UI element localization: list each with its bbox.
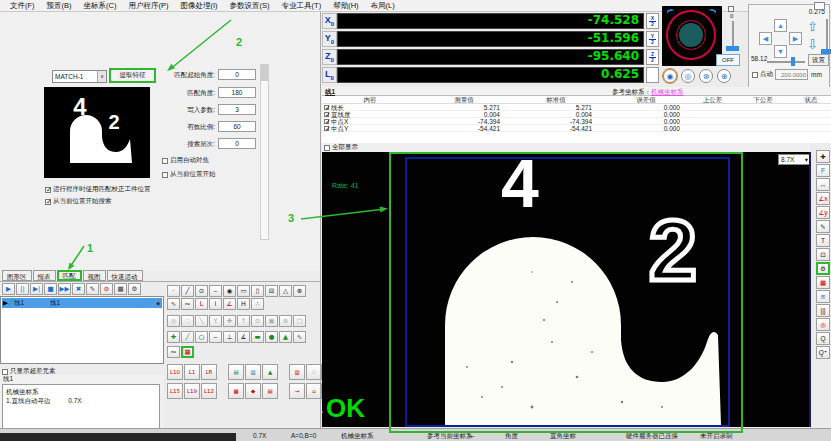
tool-button-∿[interactable]: ∿ [167, 298, 180, 310]
tool-button-●[interactable]: ● [265, 331, 278, 343]
checkbox-box[interactable] [162, 158, 168, 164]
tool-button-∠[interactable]: ∠ [223, 298, 236, 310]
light-checkbox[interactable] [728, 6, 734, 12]
tool-button-∿[interactable]: ∿ [293, 331, 306, 343]
light-slider-handle[interactable] [726, 46, 739, 51]
tool-button-∾[interactable]: ∾ [167, 346, 180, 358]
tool-button-✚[interactable]: ✚ [223, 315, 236, 327]
tool-button-∾[interactable]: ∾ [181, 298, 194, 310]
tab-视图[interactable]: 视图 [83, 270, 106, 281]
tool-button-▦[interactable]: ▦ [181, 346, 194, 358]
tool-button-⊙[interactable]: ⊙ [195, 285, 208, 297]
light-off-button[interactable]: OFF [716, 54, 740, 66]
table-row-直线度[interactable]: 直线度0.0040.0040.000 [322, 111, 831, 118]
table-row-中点X[interactable]: 中点X-74.394-74.3940.000 [322, 118, 831, 125]
menu-item-帮助(H)[interactable]: 帮助(H) [327, 1, 364, 10]
tool-button-✎[interactable]: ✎ [816, 220, 830, 233]
tool-button-▶▶[interactable]: ▶▶ [58, 283, 71, 295]
tool-button-Q⁺[interactable]: Q⁺ [816, 346, 830, 359]
tool-button-⊟[interactable]: ⊟ [265, 285, 278, 297]
tab-匹配[interactable]: 匹配 [57, 270, 82, 281]
tool-button-⊕[interactable]: ⊕ [293, 285, 306, 297]
tool-button-∡[interactable]: ∡ [237, 331, 250, 343]
tool-button-▥[interactable]: ▥ [245, 364, 261, 380]
tool-button-▭[interactable]: ▭ [237, 285, 250, 297]
half-button-Y[interactable]: Y2 [646, 31, 659, 47]
tool-button-▣[interactable]: ▣ [265, 315, 278, 327]
z-down-arrow[interactable]: ⇩ [807, 38, 818, 51]
step-distance-input[interactable] [775, 69, 808, 80]
tab-报表[interactable]: 报表 [33, 270, 56, 281]
tool-button-▦[interactable]: ▦ [816, 276, 830, 289]
row-checkbox[interactable] [324, 105, 329, 110]
tool-button-H[interactable]: H [237, 298, 250, 310]
tool-button-↔[interactable]: ↔ [816, 178, 830, 191]
program-list[interactable]: ▶ ╱ 线1 线1 ◆ [0, 296, 164, 364]
param-input[interactable]: 60 [218, 121, 256, 132]
jog-down-button[interactable]: ▼ [774, 45, 787, 58]
tool-button-⊥[interactable]: ⊥ [223, 331, 236, 343]
tool-button-→[interactable]: → [289, 383, 305, 399]
tool-button-·[interactable]: · [167, 285, 180, 297]
light-slider-track[interactable] [732, 21, 734, 46]
tool-button-╱[interactable]: ╱ [181, 331, 194, 343]
half-button-Z[interactable]: Z2 [646, 49, 659, 65]
tool-button-⊡[interactable]: ⊡ [816, 248, 830, 261]
show-all-checkbox[interactable] [324, 145, 330, 151]
dialog-checkbox-row[interactable]: 从当前位置开始 [162, 170, 216, 179]
tool-button-⚙[interactable]: ⚙ [128, 283, 141, 295]
checkbox-box[interactable] [162, 172, 168, 178]
tool-button-∠y[interactable]: ∠y [816, 206, 830, 219]
tool-button-⊙[interactable]: ⊙ [251, 315, 264, 327]
filter-checkbox[interactable] [2, 369, 8, 375]
tool-button-∠x[interactable]: ∠x [816, 192, 830, 205]
row-checkbox[interactable] [324, 112, 329, 117]
tool-button-∴[interactable]: ∴ [251, 298, 264, 310]
tool-button-◆[interactable]: ◆ [245, 383, 261, 399]
menu-item-参数设置(S)[interactable]: 参数设置(S) [224, 1, 276, 10]
tool-button-✖[interactable]: ✖ [72, 283, 85, 295]
tool-button-▦[interactable]: ▦ [228, 383, 244, 399]
speed-slider-track[interactable] [767, 61, 805, 63]
dialog-scrollbar[interactable] [260, 64, 269, 240]
jog-checkbox[interactable] [752, 72, 758, 78]
z-up-arrow[interactable]: ⇧ [807, 20, 818, 33]
tool-button-⌢[interactable]: ⌢ [209, 285, 222, 297]
tool-button-|||[interactable]: ||| [816, 304, 830, 317]
tool-button-≋[interactable]: ≋ [816, 290, 830, 303]
z-slider-track[interactable] [826, 19, 828, 51]
tool-button-◌[interactable]: ◌ [181, 315, 194, 327]
row-checkbox[interactable] [324, 126, 329, 131]
tool-button-◉[interactable]: ◉ [223, 285, 236, 297]
tool-button-▥[interactable]: ▥ [289, 364, 305, 380]
tool-button-▤[interactable]: ▤ [228, 364, 244, 380]
tool-button-▢[interactable]: ▢ [293, 315, 306, 327]
dialog-checkbox-row[interactable]: 从当前位置开始搜索 [45, 197, 112, 206]
tool-button-╲[interactable]: ╲ [195, 315, 208, 327]
menu-item-文件(F)[interactable]: 文件(F) [4, 1, 41, 10]
tool-button-△[interactable]: △ [279, 285, 292, 297]
tool-button-▲[interactable]: ▲ [262, 364, 278, 380]
program-list-row[interactable]: ▶ ╱ 线1 线1 ◆ [2, 298, 162, 308]
tool-button-F[interactable]: F [816, 164, 830, 177]
param-input[interactable]: 180 [218, 87, 256, 98]
dialog-checkbox-row[interactable]: 运行程序时使用匹配校正工件位置 [45, 185, 151, 194]
tool-button-L15[interactable]: L15 [167, 383, 183, 399]
tool-button-✚[interactable]: ✚ [816, 150, 830, 163]
light-mode-button[interactable]: ◎ [681, 69, 695, 83]
scrollbar-thumb[interactable] [261, 65, 268, 81]
checkbox-box[interactable] [45, 199, 51, 205]
dialog-checkbox-row[interactable]: 启用自动对焦 [162, 156, 209, 165]
chevron-down-icon[interactable]: ∨ [97, 71, 106, 82]
menu-item-专业工具(T)[interactable]: 专业工具(T) [276, 1, 328, 10]
menu-item-坐标系(C)[interactable]: 坐标系(C) [78, 1, 123, 10]
tool-button-▤[interactable]: ▤ [262, 383, 278, 399]
light-mode-button[interactable]: ⊛ [699, 69, 713, 83]
jog-up-button[interactable]: ▲ [774, 19, 787, 32]
camera-splitter[interactable] [809, 152, 811, 427]
table-row-中点Y[interactable]: 中点Y-54.421-54.4210.000 [322, 125, 831, 132]
tool-button-⚙[interactable]: ⚙ [816, 262, 830, 275]
tool-button-✎[interactable]: ✎ [86, 283, 99, 295]
half-button-X[interactable]: X2 [646, 13, 659, 29]
reference-coord-link[interactable]: 机械坐标系 [651, 88, 684, 95]
